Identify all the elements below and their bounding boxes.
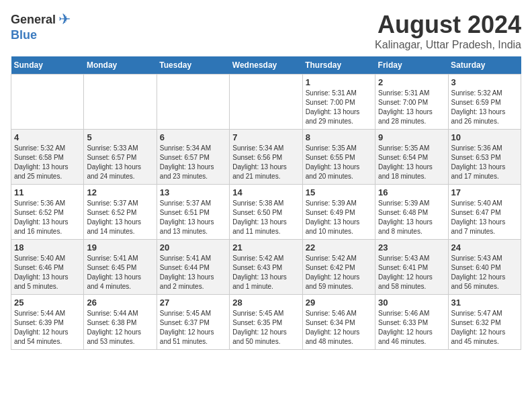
calendar-cell: 27Sunrise: 5:45 AM Sunset: 6:37 PM Dayli… (157, 295, 229, 350)
day-number: 18 (14, 242, 81, 253)
day-info: Sunrise: 5:31 AM Sunset: 7:00 PM Dayligh… (378, 89, 445, 126)
day-info: Sunrise: 5:44 AM Sunset: 6:39 PM Dayligh… (14, 309, 81, 347)
calendar-cell: 18Sunrise: 5:40 AM Sunset: 6:46 PM Dayli… (11, 240, 84, 295)
day-info: Sunrise: 5:43 AM Sunset: 6:40 PM Dayligh… (451, 254, 518, 291)
calendar-cell: 13Sunrise: 5:37 AM Sunset: 6:51 PM Dayli… (157, 185, 229, 240)
day-number: 8 (306, 132, 372, 142)
day-number: 10 (451, 132, 518, 142)
day-of-week-header: Saturday (448, 56, 521, 75)
calendar-cell: 12Sunrise: 5:37 AM Sunset: 6:52 PM Dayli… (84, 185, 157, 240)
day-info: Sunrise: 5:39 AM Sunset: 6:48 PM Dayligh… (378, 199, 445, 236)
calendar-cell (230, 75, 302, 130)
day-info: Sunrise: 5:43 AM Sunset: 6:41 PM Dayligh… (378, 254, 445, 291)
day-number: 1 (306, 77, 372, 87)
day-number: 15 (306, 187, 372, 197)
day-info: Sunrise: 5:47 AM Sunset: 6:32 PM Dayligh… (451, 309, 518, 347)
calendar-cell: 17Sunrise: 5:40 AM Sunset: 6:47 PM Dayli… (448, 185, 521, 240)
day-info: Sunrise: 5:36 AM Sunset: 6:52 PM Dayligh… (14, 199, 81, 236)
day-info: Sunrise: 5:39 AM Sunset: 6:49 PM Dayligh… (306, 199, 372, 236)
calendar-week-row: 18Sunrise: 5:40 AM Sunset: 6:46 PM Dayli… (11, 240, 521, 295)
day-of-week-header: Thursday (302, 56, 375, 75)
calendar-cell: 15Sunrise: 5:39 AM Sunset: 6:49 PM Dayli… (302, 185, 375, 240)
day-info: Sunrise: 5:35 AM Sunset: 6:54 PM Dayligh… (378, 144, 445, 181)
logo-blue-text: Blue (11, 28, 37, 42)
day-number: 12 (87, 187, 153, 197)
day-number: 9 (378, 132, 445, 142)
day-number: 22 (306, 242, 372, 253)
calendar-cell: 7Sunrise: 5:34 AM Sunset: 6:56 PM Daylig… (230, 130, 302, 185)
day-info: Sunrise: 5:46 AM Sunset: 6:33 PM Dayligh… (378, 309, 445, 347)
day-info: Sunrise: 5:41 AM Sunset: 6:44 PM Dayligh… (160, 254, 226, 291)
calendar-cell: 4Sunrise: 5:32 AM Sunset: 6:58 PM Daylig… (11, 130, 84, 185)
calendar-cell: 30Sunrise: 5:46 AM Sunset: 6:33 PM Dayli… (375, 295, 448, 350)
calendar-cell: 23Sunrise: 5:43 AM Sunset: 6:41 PM Dayli… (375, 240, 448, 295)
day-info: Sunrise: 5:36 AM Sunset: 6:53 PM Dayligh… (451, 144, 518, 181)
day-info: Sunrise: 5:31 AM Sunset: 7:00 PM Dayligh… (306, 89, 372, 126)
day-number: 6 (160, 132, 226, 142)
calendar-cell: 9Sunrise: 5:35 AM Sunset: 6:54 PM Daylig… (375, 130, 448, 185)
day-info: Sunrise: 5:40 AM Sunset: 6:46 PM Dayligh… (14, 254, 81, 291)
calendar-week-row: 25Sunrise: 5:44 AM Sunset: 6:39 PM Dayli… (11, 295, 521, 350)
logo-bird-icon: ✈ (58, 11, 71, 28)
day-of-week-header: Wednesday (230, 56, 302, 75)
calendar-cell: 31Sunrise: 5:47 AM Sunset: 6:32 PM Dayli… (448, 295, 521, 350)
calendar-cell: 10Sunrise: 5:36 AM Sunset: 6:53 PM Dayli… (448, 130, 521, 185)
day-info: Sunrise: 5:34 AM Sunset: 6:56 PM Dayligh… (232, 144, 299, 181)
day-info: Sunrise: 5:42 AM Sunset: 6:43 PM Dayligh… (232, 254, 299, 291)
day-number: 24 (451, 242, 518, 253)
calendar-cell: 25Sunrise: 5:44 AM Sunset: 6:39 PM Dayli… (11, 295, 84, 350)
calendar-week-row: 11Sunrise: 5:36 AM Sunset: 6:52 PM Dayli… (11, 185, 521, 240)
day-number: 11 (14, 187, 81, 197)
day-info: Sunrise: 5:38 AM Sunset: 6:50 PM Dayligh… (232, 199, 299, 236)
day-number: 5 (87, 132, 153, 142)
day-info: Sunrise: 5:33 AM Sunset: 6:57 PM Dayligh… (87, 144, 153, 181)
day-number: 28 (232, 298, 299, 308)
day-number: 25 (14, 298, 81, 308)
calendar-cell: 2Sunrise: 5:31 AM Sunset: 7:00 PM Daylig… (375, 75, 448, 130)
day-info: Sunrise: 5:40 AM Sunset: 6:47 PM Dayligh… (451, 199, 518, 236)
day-number: 26 (87, 298, 153, 308)
calendar-cell: 16Sunrise: 5:39 AM Sunset: 6:48 PM Dayli… (375, 185, 448, 240)
day-info: Sunrise: 5:46 AM Sunset: 6:34 PM Dayligh… (306, 309, 372, 347)
day-number: 19 (87, 242, 153, 253)
calendar-cell (84, 75, 157, 130)
calendar-cell: 28Sunrise: 5:45 AM Sunset: 6:35 PM Dayli… (230, 295, 302, 350)
calendar-cell: 1Sunrise: 5:31 AM Sunset: 7:00 PM Daylig… (302, 75, 375, 130)
calendar-cell (157, 75, 229, 130)
day-number: 14 (232, 187, 299, 197)
day-info: Sunrise: 5:42 AM Sunset: 6:42 PM Dayligh… (306, 254, 372, 291)
day-of-week-header: Monday (84, 56, 157, 75)
day-number: 20 (160, 242, 226, 253)
calendar-cell: 19Sunrise: 5:41 AM Sunset: 6:45 PM Dayli… (84, 240, 157, 295)
day-number: 17 (451, 187, 518, 197)
calendar-cell: 6Sunrise: 5:34 AM Sunset: 6:57 PM Daylig… (157, 130, 229, 185)
day-info: Sunrise: 5:44 AM Sunset: 6:38 PM Dayligh… (87, 309, 153, 347)
day-info: Sunrise: 5:34 AM Sunset: 6:57 PM Dayligh… (160, 144, 226, 181)
day-number: 31 (451, 298, 518, 308)
logo: General ✈ Blue (11, 11, 71, 42)
calendar-week-row: 4Sunrise: 5:32 AM Sunset: 6:58 PM Daylig… (11, 130, 521, 185)
calendar-cell: 21Sunrise: 5:42 AM Sunset: 6:43 PM Dayli… (230, 240, 302, 295)
day-info: Sunrise: 5:32 AM Sunset: 6:59 PM Dayligh… (451, 89, 518, 126)
day-of-week-header: Sunday (11, 56, 84, 75)
day-number: 23 (378, 242, 445, 253)
calendar-cell: 22Sunrise: 5:42 AM Sunset: 6:42 PM Dayli… (302, 240, 375, 295)
day-info: Sunrise: 5:45 AM Sunset: 6:37 PM Dayligh… (160, 309, 226, 347)
calendar-cell: 29Sunrise: 5:46 AM Sunset: 6:34 PM Dayli… (302, 295, 375, 350)
calendar-cell: 3Sunrise: 5:32 AM Sunset: 6:59 PM Daylig… (448, 75, 521, 130)
calendar-cell (11, 75, 84, 130)
calendar-table: SundayMondayTuesdayWednesdayThursdayFrid… (11, 56, 521, 350)
day-of-week-header: Tuesday (157, 56, 229, 75)
day-number: 29 (306, 298, 372, 308)
day-info: Sunrise: 5:37 AM Sunset: 6:51 PM Dayligh… (160, 199, 226, 236)
day-number: 2 (378, 77, 445, 87)
day-number: 7 (232, 132, 299, 142)
calendar-cell: 8Sunrise: 5:35 AM Sunset: 6:55 PM Daylig… (302, 130, 375, 185)
calendar-cell: 11Sunrise: 5:36 AM Sunset: 6:52 PM Dayli… (11, 185, 84, 240)
day-info: Sunrise: 5:45 AM Sunset: 6:35 PM Dayligh… (232, 309, 299, 347)
calendar-week-row: 1Sunrise: 5:31 AM Sunset: 7:00 PM Daylig… (11, 75, 521, 130)
calendar-header-row: SundayMondayTuesdayWednesdayThursdayFrid… (11, 56, 521, 75)
day-info: Sunrise: 5:32 AM Sunset: 6:58 PM Dayligh… (14, 144, 81, 181)
day-number: 27 (160, 298, 226, 308)
calendar-cell: 26Sunrise: 5:44 AM Sunset: 6:38 PM Dayli… (84, 295, 157, 350)
